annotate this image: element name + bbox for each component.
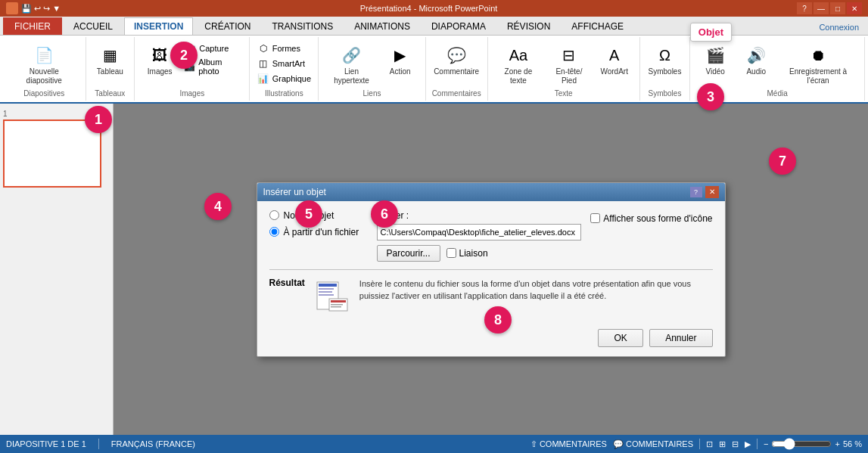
minimize-button[interactable]: —: [814, 2, 829, 14]
tab-revision[interactable]: RÉVISION: [497, 17, 560, 35]
view-reader-icon[interactable]: ⊟: [732, 439, 739, 449]
commentaire-button[interactable]: 💬 Commentaire: [431, 42, 482, 78]
svg-rect-1: [319, 284, 337, 287]
close-button[interactable]: ✕: [847, 2, 862, 14]
afficher-checkbox[interactable]: [590, 213, 600, 223]
liens-group-label: Liens: [363, 89, 381, 99]
connexion-link[interactable]: Connexion: [810, 20, 868, 35]
radio-fichier-input[interactable]: [269, 227, 279, 237]
zoom-minus-icon[interactable]: −: [764, 439, 768, 448]
symboles-button[interactable]: Ω Symboles: [646, 42, 685, 78]
annotation-6: 6: [371, 200, 398, 228]
texte-items: Aa Zone de texte ⊟ En-tête/ Pied A WordA…: [494, 39, 633, 89]
tab-fichier[interactable]: FICHIER: [3, 17, 62, 35]
ok-button[interactable]: OK: [598, 329, 643, 347]
ribbon-group-commentaires: 💬 Commentaire Commentaires: [426, 37, 488, 101]
annotation-5: 5: [295, 200, 322, 228]
file-actions: Parcourir... Liaison: [377, 245, 582, 262]
view-slideshow-icon[interactable]: ▶: [745, 439, 751, 449]
action-button[interactable]: ▶ Action: [381, 42, 419, 78]
album-label: Album photo: [198, 57, 241, 76]
entete-icon: ⊟: [557, 43, 581, 67]
lien-label: Lien hypertexte: [328, 67, 375, 85]
title-bar-icons: 💾 ↩ ↪ ▼: [6, 2, 61, 14]
action-icon: ▶: [388, 43, 412, 67]
ribbon-group-tableaux: ▦ Tableau Tableaux: [86, 37, 135, 101]
dialog-divider: [269, 269, 713, 270]
entete-label: En-tête/ Pied: [549, 67, 590, 85]
maximize-button[interactable]: □: [830, 2, 845, 14]
ribbon-group-liens: 🔗 Lien hypertexte ▶ Action Liens: [319, 37, 425, 101]
ribbon-tabs: FICHIER ACCUEIL INSERTION CRÉATION TRANS…: [0, 17, 868, 36]
wordart-label: WordArt: [600, 67, 628, 76]
langue-status: FRANÇAIS (FRANCE): [111, 439, 195, 448]
diapositive-status: DIAPOSITIVE 1 DE 1: [6, 439, 86, 448]
tab-creation[interactable]: CRÉATION: [194, 17, 260, 35]
title-bar: 💾 ↩ ↪ ▼ Présentation4 - Microsoft PowerP…: [0, 0, 868, 17]
graphique-icon: 📊: [257, 73, 269, 85]
help-button[interactable]: ?: [797, 2, 812, 14]
objet-tooltip-label: Objet: [698, 26, 723, 38]
annotation-4: 4: [204, 193, 232, 220]
ribbon-group-diapositives: 📄 Nouvelle diapositive Diapositives: [3, 37, 86, 101]
enregistrement-button[interactable]: ⏺ Enregistrement à l'écran: [778, 42, 858, 87]
result-label-wrapper: Résultat: [269, 278, 305, 291]
result-svg-icon: [314, 278, 350, 314]
dialog-options-row: Nouvel objet À partir d'un fichier Fichi…: [269, 210, 713, 262]
commentaire-icon: 💬: [444, 43, 468, 67]
afficher-label: Afficher sous forme d'icône: [603, 213, 712, 224]
tab-animations[interactable]: ANIMATIONS: [344, 17, 420, 35]
tableau-button[interactable]: ▦ Tableau: [91, 42, 129, 78]
nouvelle-diapositive-button[interactable]: 📄 Nouvelle diapositive: [9, 42, 79, 87]
ribbon-group-texte: Aa Zone de texte ⊟ En-tête/ Pied A WordA…: [488, 37, 640, 101]
graphique-button[interactable]: 📊 Graphique: [255, 72, 313, 85]
formes-button[interactable]: ⬡ Formes: [255, 42, 313, 55]
title-bar-controls: ? — □ ✕: [797, 2, 862, 14]
audio-button[interactable]: 🔊 Audio: [737, 42, 775, 78]
tab-diaporama[interactable]: DIAPORAMA: [422, 17, 496, 35]
liaison-checkbox-item[interactable]: Liaison: [446, 248, 488, 259]
zoom-slider[interactable]: [771, 438, 832, 450]
radio-fichier-label: À partir d'un fichier: [284, 227, 359, 237]
dialog-help-button[interactable]: ?: [690, 187, 702, 197]
liaison-checkbox[interactable]: [446, 248, 456, 258]
smartart-button[interactable]: ◫ SmartArt: [255, 57, 313, 70]
powerpoint-icon: [6, 2, 18, 14]
result-label: Résultat: [269, 278, 305, 288]
annotation-8: 8: [484, 306, 512, 334]
images-label: Images: [148, 67, 173, 76]
tableau-icon: ▦: [98, 43, 122, 67]
result-icon: [314, 278, 350, 314]
smartart-label: SmartArt: [272, 59, 305, 68]
radio-fichier-item[interactable]: À partir d'un fichier: [269, 227, 368, 237]
tab-accueil[interactable]: ACCUEIL: [64, 17, 123, 35]
window-title: Présentation4 - Microsoft PowerPoint: [61, 4, 797, 13]
diapositives-group-label: Diapositives: [23, 89, 64, 99]
parcourir-button[interactable]: Parcourir...: [377, 245, 440, 262]
tab-affichage[interactable]: AFFICHAGE: [562, 17, 633, 35]
tab-transitions[interactable]: TRANSITIONS: [262, 17, 343, 35]
zone-texte-button[interactable]: Aa Zone de texte: [494, 42, 543, 87]
file-section: Fichier : Parcourir... Liaison: [377, 210, 582, 262]
entete-button[interactable]: ⊟ En-tête/ Pied: [546, 42, 593, 87]
view-normal-icon[interactable]: ⊡: [706, 439, 713, 449]
lien-button[interactable]: 🔗 Lien hypertexte: [325, 42, 378, 87]
view-grid-icon[interactable]: ⊞: [719, 439, 726, 449]
capture-label: Capture: [199, 44, 229, 53]
radio-nouvel-input[interactable]: [269, 210, 279, 220]
formes-icon: ⬡: [257, 42, 269, 54]
wordart-button[interactable]: A WordArt: [596, 42, 633, 78]
fichier-label: Fichier :: [377, 210, 582, 221]
annotation-7: 7: [769, 147, 796, 175]
fichier-input[interactable]: [377, 224, 582, 240]
afficher-checkbox-item[interactable]: Afficher sous forme d'icône: [590, 213, 712, 224]
zoom-plus-icon[interactable]: +: [835, 439, 839, 448]
slide-thumbnail[interactable]: [3, 119, 101, 188]
dialog-close-button[interactable]: ✕: [705, 186, 719, 198]
tab-insertion[interactable]: INSERTION: [124, 17, 193, 35]
graphique-label: Graphique: [272, 74, 311, 83]
video-button[interactable]: 🎬 Vidéo: [696, 42, 734, 78]
annotation-2: 2: [170, 42, 198, 69]
annuler-button[interactable]: Annuler: [649, 329, 712, 347]
images-icon: 🖼: [148, 43, 172, 67]
